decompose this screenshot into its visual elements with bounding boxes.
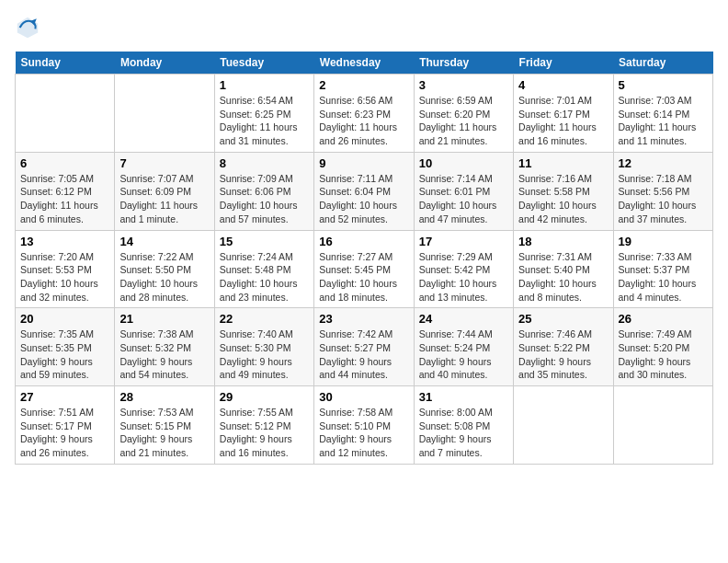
day-number: 7 [119,156,209,170]
day-number: 30 [319,390,408,404]
day-number: 25 [518,312,608,326]
day-number: 2 [319,78,408,92]
day-cell: 26Sunrise: 7:49 AM Sunset: 5:20 PM Dayli… [613,308,712,386]
day-number: 4 [518,78,608,92]
day-number: 27 [20,390,109,404]
day-number: 16 [319,235,408,248]
day-number: 15 [220,235,309,248]
day-info: Sunrise: 7:33 AM Sunset: 5:37 PM Dayligh… [619,250,708,304]
day-number: 6 [20,156,109,170]
day-number: 17 [419,235,508,248]
day-info: Sunrise: 7:49 AM Sunset: 5:20 PM Dayligh… [619,327,708,382]
weekday-wednesday: Wednesday [314,52,414,75]
day-info: Sunrise: 7:29 AM Sunset: 5:42 PM Dayligh… [419,250,508,304]
day-info: Sunrise: 7:18 AM Sunset: 5:56 PM Dayligh… [619,172,708,226]
day-info: Sunrise: 7:20 AM Sunset: 5:53 PM Dayligh… [20,250,109,304]
weekday-thursday: Thursday [414,52,513,75]
day-number: 9 [319,156,408,170]
day-cell: 4Sunrise: 7:01 AM Sunset: 6:17 PM Daylig… [514,75,613,153]
day-info: Sunrise: 7:31 AM Sunset: 5:40 PM Dayligh… [518,250,608,304]
day-number: 28 [119,390,209,404]
day-cell: 22Sunrise: 7:40 AM Sunset: 5:30 PM Dayli… [214,308,313,386]
day-cell: 9Sunrise: 7:11 AM Sunset: 6:04 PM Daylig… [314,152,414,230]
day-cell: 3Sunrise: 6:59 AM Sunset: 6:20 PM Daylig… [414,75,513,153]
logo-icon [15,15,40,40]
header [15,15,713,40]
day-number: 5 [619,78,708,92]
calendar-container: SundayMondayTuesdayWednesdayThursdayFrid… [0,0,728,563]
day-cell: 25Sunrise: 7:46 AM Sunset: 5:22 PM Dayli… [514,308,613,386]
day-info: Sunrise: 7:01 AM Sunset: 6:17 PM Dayligh… [518,94,608,148]
day-cell: 14Sunrise: 7:22 AM Sunset: 5:50 PM Dayli… [115,230,214,308]
day-cell: 20Sunrise: 7:35 AM Sunset: 5:35 PM Dayli… [16,308,115,386]
day-cell: 2Sunrise: 6:56 AM Sunset: 6:23 PM Daylig… [314,75,414,153]
week-row-5: 27Sunrise: 7:51 AM Sunset: 5:17 PM Dayli… [16,386,713,465]
weekday-header-row: SundayMondayTuesdayWednesdayThursdayFrid… [16,52,713,75]
day-info: Sunrise: 6:56 AM Sunset: 6:23 PM Dayligh… [319,94,408,148]
weekday-saturday: Saturday [613,52,712,75]
day-info: Sunrise: 7:58 AM Sunset: 5:10 PM Dayligh… [319,406,408,460]
day-info: Sunrise: 7:16 AM Sunset: 5:58 PM Dayligh… [518,172,608,226]
day-info: Sunrise: 7:38 AM Sunset: 5:32 PM Dayligh… [119,327,209,382]
day-number: 14 [119,235,209,248]
day-number: 22 [220,312,309,326]
weekday-sunday: Sunday [16,52,115,75]
day-cell [115,75,214,153]
day-number: 1 [220,78,309,92]
calendar-table: SundayMondayTuesdayWednesdayThursdayFrid… [15,52,713,465]
day-info: Sunrise: 7:35 AM Sunset: 5:35 PM Dayligh… [20,327,109,382]
day-number: 31 [419,390,508,404]
day-info: Sunrise: 7:55 AM Sunset: 5:12 PM Dayligh… [220,406,309,460]
day-info: Sunrise: 8:00 AM Sunset: 5:08 PM Dayligh… [419,406,508,460]
day-cell: 7Sunrise: 7:07 AM Sunset: 6:09 PM Daylig… [115,152,214,230]
day-number: 26 [619,312,708,326]
day-info: Sunrise: 7:11 AM Sunset: 6:04 PM Dayligh… [319,172,408,226]
day-cell: 27Sunrise: 7:51 AM Sunset: 5:17 PM Dayli… [16,386,115,465]
day-number: 3 [419,78,508,92]
day-number: 21 [119,312,209,326]
week-row-3: 13Sunrise: 7:20 AM Sunset: 5:53 PM Dayli… [16,230,713,308]
day-cell: 10Sunrise: 7:14 AM Sunset: 6:01 PM Dayli… [414,152,513,230]
day-info: Sunrise: 6:59 AM Sunset: 6:20 PM Dayligh… [419,94,508,148]
day-info: Sunrise: 7:42 AM Sunset: 5:27 PM Dayligh… [319,327,408,382]
day-cell: 17Sunrise: 7:29 AM Sunset: 5:42 PM Dayli… [414,230,513,308]
day-number: 13 [20,235,109,248]
day-info: Sunrise: 7:46 AM Sunset: 5:22 PM Dayligh… [518,327,608,382]
week-row-1: 1Sunrise: 6:54 AM Sunset: 6:25 PM Daylig… [16,75,713,153]
day-info: Sunrise: 7:14 AM Sunset: 6:01 PM Dayligh… [419,172,508,226]
day-number: 20 [20,312,109,326]
week-row-2: 6Sunrise: 7:05 AM Sunset: 6:12 PM Daylig… [16,152,713,230]
day-cell: 16Sunrise: 7:27 AM Sunset: 5:45 PM Dayli… [314,230,414,308]
day-cell: 12Sunrise: 7:18 AM Sunset: 5:56 PM Dayli… [613,152,712,230]
day-info: Sunrise: 7:09 AM Sunset: 6:06 PM Dayligh… [220,172,309,226]
day-cell: 18Sunrise: 7:31 AM Sunset: 5:40 PM Dayli… [514,230,613,308]
day-number: 24 [419,312,508,326]
day-info: Sunrise: 7:24 AM Sunset: 5:48 PM Dayligh… [220,250,309,304]
day-info: Sunrise: 7:27 AM Sunset: 5:45 PM Dayligh… [319,250,408,304]
day-cell [16,75,115,153]
day-cell: 11Sunrise: 7:16 AM Sunset: 5:58 PM Dayli… [514,152,613,230]
day-cell: 23Sunrise: 7:42 AM Sunset: 5:27 PM Dayli… [314,308,414,386]
day-info: Sunrise: 7:03 AM Sunset: 6:14 PM Dayligh… [619,94,708,148]
day-cell: 8Sunrise: 7:09 AM Sunset: 6:06 PM Daylig… [214,152,313,230]
day-number: 18 [518,235,608,248]
day-cell: 24Sunrise: 7:44 AM Sunset: 5:24 PM Dayli… [414,308,513,386]
day-cell: 28Sunrise: 7:53 AM Sunset: 5:15 PM Dayli… [115,386,214,465]
weekday-monday: Monday [115,52,214,75]
day-number: 23 [319,312,408,326]
day-number: 8 [220,156,309,170]
day-info: Sunrise: 6:54 AM Sunset: 6:25 PM Dayligh… [220,94,309,148]
day-cell: 30Sunrise: 7:58 AM Sunset: 5:10 PM Dayli… [314,386,414,465]
day-info: Sunrise: 7:53 AM Sunset: 5:15 PM Dayligh… [119,406,209,460]
day-cell: 29Sunrise: 7:55 AM Sunset: 5:12 PM Dayli… [214,386,313,465]
day-cell: 31Sunrise: 8:00 AM Sunset: 5:08 PM Dayli… [414,386,513,465]
day-info: Sunrise: 7:07 AM Sunset: 6:09 PM Dayligh… [119,172,209,226]
day-number: 11 [518,156,608,170]
day-cell: 6Sunrise: 7:05 AM Sunset: 6:12 PM Daylig… [16,152,115,230]
day-number: 19 [619,235,708,248]
day-info: Sunrise: 7:51 AM Sunset: 5:17 PM Dayligh… [20,406,109,460]
day-info: Sunrise: 7:44 AM Sunset: 5:24 PM Dayligh… [419,327,508,382]
day-info: Sunrise: 7:05 AM Sunset: 6:12 PM Dayligh… [20,172,109,226]
day-info: Sunrise: 7:40 AM Sunset: 5:30 PM Dayligh… [220,327,309,382]
day-cell: 5Sunrise: 7:03 AM Sunset: 6:14 PM Daylig… [613,75,712,153]
